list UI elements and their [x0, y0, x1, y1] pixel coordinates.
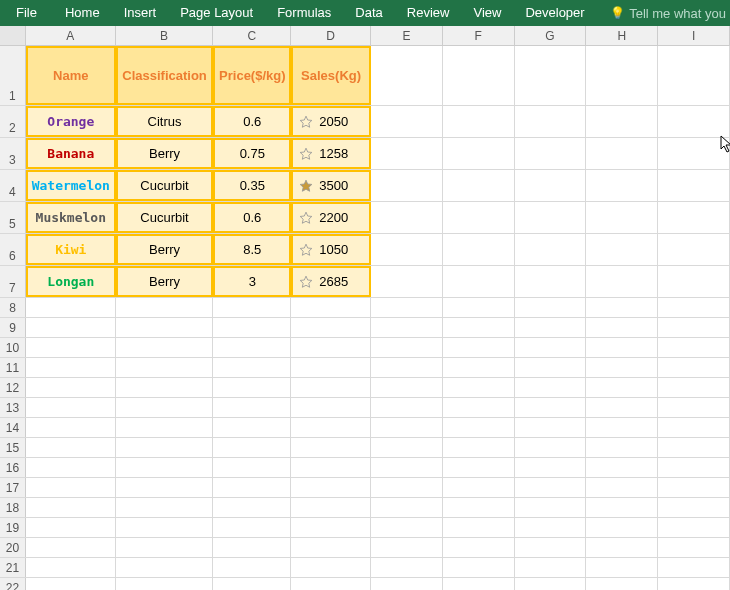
cell[interactable] — [443, 378, 515, 397]
cell[interactable] — [586, 578, 658, 590]
row-header-1[interactable]: 1 — [0, 46, 26, 105]
cell[interactable] — [371, 234, 443, 265]
cell[interactable] — [291, 578, 371, 590]
cell[interactable] — [213, 358, 291, 377]
row-header-3[interactable]: 3 — [0, 138, 26, 169]
cell[interactable] — [26, 478, 116, 497]
cell[interactable] — [443, 578, 515, 590]
tab-insert[interactable]: Insert — [112, 0, 169, 26]
cell[interactable] — [213, 478, 291, 497]
cell[interactable] — [658, 358, 730, 377]
cell[interactable] — [116, 378, 214, 397]
cell-B7[interactable]: Berry — [116, 266, 214, 297]
cell[interactable] — [213, 418, 291, 437]
cell[interactable] — [586, 170, 658, 201]
tab-review[interactable]: Review — [395, 0, 462, 26]
cell-B6[interactable]: Berry — [116, 234, 214, 265]
cell[interactable] — [515, 438, 587, 457]
cell[interactable] — [116, 538, 214, 557]
cell-D3[interactable]: 1258 — [291, 138, 371, 169]
cell-D2[interactable]: 2050 — [291, 106, 371, 137]
cell[interactable] — [116, 358, 214, 377]
cell[interactable] — [586, 478, 658, 497]
cell[interactable] — [371, 298, 443, 317]
cell[interactable] — [443, 266, 515, 297]
cell[interactable] — [116, 478, 214, 497]
cell-D1[interactable]: Sales(Kg) — [291, 46, 371, 105]
cell[interactable] — [371, 538, 443, 557]
tab-view[interactable]: View — [461, 0, 513, 26]
cell[interactable] — [213, 578, 291, 590]
cell[interactable] — [658, 518, 730, 537]
cell[interactable] — [371, 358, 443, 377]
cell[interactable] — [658, 578, 730, 590]
cell[interactable] — [291, 478, 371, 497]
cell[interactable] — [515, 338, 587, 357]
cell[interactable] — [116, 498, 214, 517]
cell-B5[interactable]: Cucurbit — [116, 202, 214, 233]
cell[interactable] — [291, 358, 371, 377]
cell[interactable] — [443, 138, 515, 169]
cell[interactable] — [213, 498, 291, 517]
col-header-D[interactable]: D — [291, 26, 371, 45]
cell[interactable] — [371, 106, 443, 137]
cell[interactable] — [443, 106, 515, 137]
cell[interactable] — [371, 318, 443, 337]
tab-developer[interactable]: Developer — [513, 0, 596, 26]
cell[interactable] — [658, 318, 730, 337]
cell[interactable] — [116, 438, 214, 457]
cell[interactable] — [658, 378, 730, 397]
select-all-corner[interactable] — [0, 26, 26, 45]
cell[interactable] — [586, 418, 658, 437]
row-header-11[interactable]: 11 — [0, 358, 26, 377]
cell[interactable] — [371, 558, 443, 577]
cell[interactable] — [26, 558, 116, 577]
row-header-6[interactable]: 6 — [0, 234, 26, 265]
cell[interactable] — [443, 46, 515, 105]
cell[interactable] — [515, 378, 587, 397]
cell[interactable] — [291, 418, 371, 437]
row-header-2[interactable]: 2 — [0, 106, 26, 137]
row-header-19[interactable]: 19 — [0, 518, 26, 537]
cell[interactable] — [116, 458, 214, 477]
cell[interactable] — [371, 170, 443, 201]
row-header-15[interactable]: 15 — [0, 438, 26, 457]
cell[interactable] — [291, 378, 371, 397]
cell[interactable] — [515, 518, 587, 537]
cell[interactable] — [515, 318, 587, 337]
cell[interactable] — [371, 378, 443, 397]
cell[interactable] — [586, 398, 658, 417]
cell[interactable] — [116, 318, 214, 337]
col-header-H[interactable]: H — [586, 26, 658, 45]
cell[interactable] — [586, 378, 658, 397]
cell[interactable] — [291, 298, 371, 317]
row-header-9[interactable]: 9 — [0, 318, 26, 337]
cell[interactable] — [515, 578, 587, 590]
cell[interactable] — [291, 438, 371, 457]
cell[interactable] — [26, 578, 116, 590]
cell[interactable] — [371, 338, 443, 357]
cell[interactable] — [213, 518, 291, 537]
cell[interactable] — [291, 558, 371, 577]
cell[interactable] — [213, 558, 291, 577]
cell[interactable] — [116, 578, 214, 590]
cell-A6[interactable]: Kiwi — [26, 234, 116, 265]
cell[interactable] — [116, 518, 214, 537]
cell[interactable] — [116, 338, 214, 357]
cell[interactable] — [658, 558, 730, 577]
cell-B4[interactable]: Cucurbit — [116, 170, 214, 201]
cell[interactable] — [658, 106, 730, 137]
cell[interactable] — [443, 338, 515, 357]
cell[interactable] — [291, 398, 371, 417]
tab-file[interactable]: File — [0, 0, 53, 26]
cell[interactable] — [371, 418, 443, 437]
cell[interactable] — [26, 298, 116, 317]
cell-B1[interactable]: Classification — [116, 46, 214, 105]
cell[interactable] — [371, 518, 443, 537]
cell-A3[interactable]: Banana — [26, 138, 116, 169]
cell[interactable] — [586, 518, 658, 537]
cell[interactable] — [586, 338, 658, 357]
row-header-7[interactable]: 7 — [0, 266, 26, 297]
cell-A4[interactable]: Watermelon — [26, 170, 116, 201]
cell[interactable] — [443, 458, 515, 477]
